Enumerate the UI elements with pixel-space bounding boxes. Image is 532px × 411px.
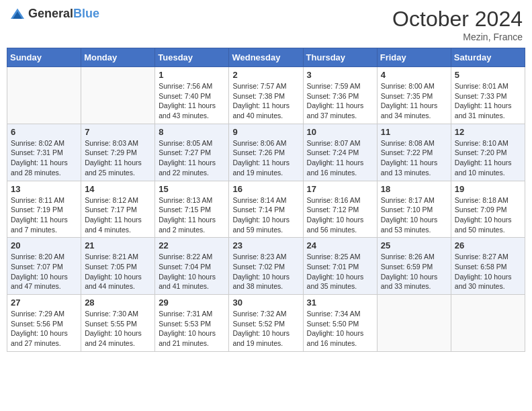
day-number: 11 xyxy=(381,127,447,137)
calendar-cell: 5Sunrise: 8:01 AMSunset: 7:33 PMDaylight… xyxy=(451,67,525,124)
day-number: 29 xyxy=(159,298,225,308)
day-info: Sunrise: 8:12 AMSunset: 7:17 PMDaylight:… xyxy=(85,195,151,235)
day-info: Sunrise: 8:08 AMSunset: 7:22 PMDaylight:… xyxy=(381,138,447,178)
day-number: 15 xyxy=(159,184,225,194)
calendar-cell xyxy=(377,295,451,352)
title-area: October 2024 Mezin, France xyxy=(392,7,523,42)
calendar-cell: 1Sunrise: 7:56 AMSunset: 7:40 PMDaylight… xyxy=(155,67,229,124)
day-info: Sunrise: 7:56 AMSunset: 7:40 PMDaylight:… xyxy=(159,81,225,121)
day-info: Sunrise: 7:34 AMSunset: 5:50 PMDaylight:… xyxy=(307,309,373,349)
calendar-cell: 14Sunrise: 8:12 AMSunset: 7:17 PMDayligh… xyxy=(81,181,155,238)
day-number: 30 xyxy=(232,298,299,308)
week-row-3: 13Sunrise: 8:11 AMSunset: 7:19 PMDayligh… xyxy=(7,181,525,238)
calendar-cell: 31Sunrise: 7:34 AMSunset: 5:50 PMDayligh… xyxy=(303,295,377,352)
day-number: 31 xyxy=(307,298,373,308)
day-number: 21 xyxy=(85,240,151,250)
calendar-header-row: SundayMondayTuesdayWednesdayThursdayFrid… xyxy=(7,48,525,67)
header: GeneralBlue October 2024 Mezin, France xyxy=(7,7,525,42)
day-info: Sunrise: 8:13 AMSunset: 7:15 PMDaylight:… xyxy=(159,195,225,235)
calendar-cell: 17Sunrise: 8:16 AMSunset: 7:12 PMDayligh… xyxy=(303,181,377,238)
day-number: 1 xyxy=(159,70,225,80)
calendar-cell: 16Sunrise: 8:14 AMSunset: 7:14 PMDayligh… xyxy=(229,181,303,238)
day-info: Sunrise: 8:21 AMSunset: 7:05 PMDaylight:… xyxy=(85,252,151,291)
calendar-cell: 24Sunrise: 8:25 AMSunset: 7:01 PMDayligh… xyxy=(303,238,377,295)
day-info: Sunrise: 8:17 AMSunset: 7:10 PMDaylight:… xyxy=(381,195,447,235)
week-row-5: 27Sunrise: 7:29 AMSunset: 5:56 PMDayligh… xyxy=(7,295,525,352)
day-info: Sunrise: 8:02 AMSunset: 7:31 PMDaylight:… xyxy=(11,138,77,178)
calendar-cell: 21Sunrise: 8:21 AMSunset: 7:05 PMDayligh… xyxy=(81,238,155,295)
month-title: October 2024 xyxy=(392,7,523,32)
day-number: 5 xyxy=(455,70,521,80)
location: Mezin, France xyxy=(392,32,523,42)
day-number: 13 xyxy=(11,184,77,194)
day-info: Sunrise: 8:22 AMSunset: 7:04 PMDaylight:… xyxy=(159,252,225,291)
calendar-cell: 25Sunrise: 8:26 AMSunset: 6:59 PMDayligh… xyxy=(377,238,451,295)
calendar-cell: 6Sunrise: 8:02 AMSunset: 7:31 PMDaylight… xyxy=(7,124,81,181)
day-info: Sunrise: 8:11 AMSunset: 7:19 PMDaylight:… xyxy=(11,195,77,235)
day-number: 19 xyxy=(455,184,521,194)
day-info: Sunrise: 8:26 AMSunset: 6:59 PMDaylight:… xyxy=(381,252,447,291)
day-info: Sunrise: 7:32 AMSunset: 5:52 PMDaylight:… xyxy=(232,309,299,349)
logo-text: GeneralBlue xyxy=(28,7,99,21)
calendar-cell xyxy=(451,295,525,352)
calendar-cell: 8Sunrise: 8:05 AMSunset: 7:27 PMDaylight… xyxy=(155,124,229,181)
day-number: 3 xyxy=(307,70,373,80)
calendar-cell: 20Sunrise: 8:20 AMSunset: 7:07 PMDayligh… xyxy=(7,238,81,295)
calendar-cell xyxy=(7,67,81,124)
column-header-thursday: Thursday xyxy=(303,48,377,67)
day-number: 4 xyxy=(381,70,447,80)
calendar-cell: 11Sunrise: 8:08 AMSunset: 7:22 PMDayligh… xyxy=(377,124,451,181)
column-header-tuesday: Tuesday xyxy=(155,48,229,67)
day-number: 24 xyxy=(307,240,373,250)
day-number: 16 xyxy=(232,184,299,194)
day-number: 20 xyxy=(11,240,77,250)
calendar-cell: 12Sunrise: 8:10 AMSunset: 7:20 PMDayligh… xyxy=(451,124,525,181)
day-info: Sunrise: 7:31 AMSunset: 5:53 PMDaylight:… xyxy=(159,309,225,349)
column-header-monday: Monday xyxy=(81,48,155,67)
day-info: Sunrise: 7:30 AMSunset: 5:55 PMDaylight:… xyxy=(85,309,151,349)
calendar-cell: 4Sunrise: 8:00 AMSunset: 7:35 PMDaylight… xyxy=(377,67,451,124)
day-info: Sunrise: 7:59 AMSunset: 7:36 PMDaylight:… xyxy=(307,81,373,121)
week-row-1: 1Sunrise: 7:56 AMSunset: 7:40 PMDaylight… xyxy=(7,67,525,124)
calendar-cell: 10Sunrise: 8:07 AMSunset: 7:24 PMDayligh… xyxy=(303,124,377,181)
calendar-cell: 28Sunrise: 7:30 AMSunset: 5:55 PMDayligh… xyxy=(81,295,155,352)
calendar-cell: 18Sunrise: 8:17 AMSunset: 7:10 PMDayligh… xyxy=(377,181,451,238)
column-header-wednesday: Wednesday xyxy=(229,48,303,67)
day-number: 12 xyxy=(455,127,521,137)
calendar-cell: 22Sunrise: 8:22 AMSunset: 7:04 PMDayligh… xyxy=(155,238,229,295)
day-number: 14 xyxy=(85,184,151,194)
day-info: Sunrise: 8:01 AMSunset: 7:33 PMDaylight:… xyxy=(455,81,521,121)
column-header-saturday: Saturday xyxy=(451,48,525,67)
calendar-cell: 2Sunrise: 7:57 AMSunset: 7:38 PMDaylight… xyxy=(229,67,303,124)
day-number: 18 xyxy=(381,184,447,194)
day-info: Sunrise: 8:20 AMSunset: 7:07 PMDaylight:… xyxy=(11,252,77,291)
day-number: 2 xyxy=(232,70,299,80)
column-header-friday: Friday xyxy=(377,48,451,67)
day-info: Sunrise: 8:05 AMSunset: 7:27 PMDaylight:… xyxy=(159,138,225,178)
day-info: Sunrise: 8:16 AMSunset: 7:12 PMDaylight:… xyxy=(307,195,373,235)
day-info: Sunrise: 8:00 AMSunset: 7:35 PMDaylight:… xyxy=(381,81,447,121)
day-number: 9 xyxy=(232,127,299,137)
day-info: Sunrise: 8:10 AMSunset: 7:20 PMDaylight:… xyxy=(455,138,521,178)
day-number: 25 xyxy=(381,240,447,250)
calendar-cell xyxy=(81,67,155,124)
column-header-sunday: Sunday xyxy=(7,48,81,67)
day-number: 27 xyxy=(11,298,77,308)
day-number: 6 xyxy=(11,127,77,137)
calendar-cell: 27Sunrise: 7:29 AMSunset: 5:56 PMDayligh… xyxy=(7,295,81,352)
calendar-cell: 3Sunrise: 7:59 AMSunset: 7:36 PMDaylight… xyxy=(303,67,377,124)
calendar-cell: 29Sunrise: 7:31 AMSunset: 5:53 PMDayligh… xyxy=(155,295,229,352)
calendar-cell: 7Sunrise: 8:03 AMSunset: 7:29 PMDaylight… xyxy=(81,124,155,181)
day-info: Sunrise: 8:07 AMSunset: 7:24 PMDaylight:… xyxy=(307,138,373,178)
calendar-cell: 26Sunrise: 8:27 AMSunset: 6:58 PMDayligh… xyxy=(451,238,525,295)
day-number: 26 xyxy=(455,240,521,250)
day-info: Sunrise: 8:14 AMSunset: 7:14 PMDaylight:… xyxy=(232,195,299,235)
day-number: 10 xyxy=(307,127,373,137)
day-number: 23 xyxy=(232,240,299,250)
week-row-4: 20Sunrise: 8:20 AMSunset: 7:07 PMDayligh… xyxy=(7,238,525,295)
day-number: 17 xyxy=(307,184,373,194)
week-row-2: 6Sunrise: 8:02 AMSunset: 7:31 PMDaylight… xyxy=(7,124,525,181)
logo: GeneralBlue xyxy=(9,7,99,21)
day-number: 7 xyxy=(85,127,151,137)
day-number: 22 xyxy=(159,240,225,250)
